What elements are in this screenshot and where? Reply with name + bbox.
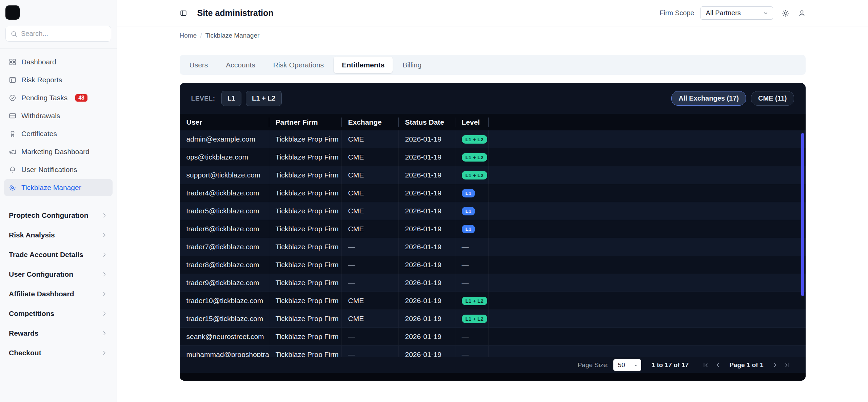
exchange-filter-cme-11[interactable]: CME (11) — [751, 91, 794, 106]
sidebar-item-certificates[interactable]: Certificates — [4, 125, 113, 142]
topbar-right: Firm Scope All Partners — [659, 6, 805, 20]
tab-risk-operations[interactable]: Risk Operations — [265, 57, 332, 73]
sidebar-toggle-icon[interactable] — [180, 9, 187, 17]
column-header-status-date[interactable]: Status Date — [398, 114, 455, 130]
table-row[interactable]: trader4@tickblaze.comTickblaze Prop Firm… — [180, 184, 806, 202]
first-page-button[interactable] — [701, 360, 710, 370]
sidebar-section-rewards[interactable]: Rewards — [4, 323, 113, 343]
search-icon — [11, 30, 17, 37]
level-filter-label: LEVEL: — [191, 95, 215, 102]
topbar: Site administration Firm Scope All Partn… — [117, 0, 868, 26]
table-row[interactable]: trader6@tickblaze.comTickblaze Prop Firm… — [180, 220, 806, 238]
cell-user: trader15@tickblaze.com — [180, 310, 269, 327]
breadcrumb: Home / Tickblaze Manager — [180, 32, 806, 39]
sidebar-section-trade-account-details[interactable]: Trade Account Details — [4, 245, 113, 265]
previous-page-button[interactable] — [713, 360, 723, 370]
cell-partner-firm: Tickblaze Prop Firm — [269, 328, 341, 345]
cell-exchange: — — [341, 256, 398, 274]
page-title: Site administration — [197, 8, 274, 18]
firm-scope-value: All Partners — [706, 9, 741, 17]
page-size-select[interactable]: 50 — [613, 359, 641, 371]
sidebar-section-affiliate-dashboard[interactable]: Affiliate Dashboard — [4, 284, 113, 304]
tab-users[interactable]: Users — [181, 57, 216, 73]
cell-partner-firm: Tickblaze Prop Firm — [269, 202, 341, 220]
cell-exchange: CME — [341, 292, 398, 310]
sidebar-item-pending-tasks[interactable]: Pending Tasks48 — [4, 89, 113, 106]
marketing-icon — [9, 148, 16, 155]
table-row[interactable]: trader7@tickblaze.comTickblaze Prop Firm… — [180, 238, 806, 256]
cell-status-date: 2026-01-19 — [398, 310, 455, 327]
table-row[interactable]: trader9@tickblaze.comTickblaze Prop Firm… — [180, 274, 806, 292]
sidebar-section-proptech-configuration[interactable]: Proptech Configuration — [4, 206, 113, 225]
tab-billing[interactable]: Billing — [394, 57, 430, 73]
cell-partner-firm: Tickblaze Prop Firm — [269, 310, 341, 327]
main-area: Site administration Firm Scope All Partn… — [117, 0, 868, 402]
scrollbar-thumb[interactable] — [801, 133, 804, 296]
tab-accounts[interactable]: Accounts — [218, 57, 263, 73]
logo-row — [0, 0, 117, 23]
tab-entitlements[interactable]: Entitlements — [334, 57, 393, 73]
column-header-level[interactable]: Level — [455, 114, 488, 130]
table-row[interactable]: trader15@tickblaze.comTickblaze Prop Fir… — [180, 310, 806, 328]
cell-exchange: — — [341, 274, 398, 292]
sidebar-item-dashboard[interactable]: Dashboard — [4, 54, 113, 70]
cell-status-date: 2026-01-19 — [398, 166, 455, 184]
chevron-down-icon — [763, 10, 769, 16]
table-row[interactable]: trader8@tickblaze.comTickblaze Prop Firm… — [180, 256, 806, 274]
level-filter-group: L1L1 + L2 — [221, 91, 282, 106]
column-header-user[interactable]: User — [180, 114, 269, 130]
column-header-exchange[interactable]: Exchange — [341, 114, 398, 130]
search-input[interactable] — [21, 30, 106, 38]
cell-filler — [488, 166, 806, 184]
cell-level: L1 + L2 — [455, 292, 488, 310]
column-header-partner-firm[interactable]: Partner Firm — [269, 114, 341, 130]
sidebar-section-label: User Configuration — [9, 270, 73, 278]
firm-scope-select[interactable]: All Partners — [701, 6, 773, 20]
exchange-filter-all-exchanges-17[interactable]: All Exchanges (17) — [671, 91, 746, 106]
table-row[interactable]: trader5@tickblaze.comTickblaze Prop Firm… — [180, 202, 806, 220]
search-box[interactable] — [5, 26, 111, 42]
sidebar-item-risk-reports[interactable]: Risk Reports — [4, 71, 113, 88]
notifications-icon — [9, 166, 16, 173]
next-page-button[interactable] — [770, 360, 780, 370]
sidebar-item-withdrawals[interactable]: Withdrawals — [4, 107, 113, 124]
sidebar-item-marketing-dashboard[interactable]: Marketing Dashboard — [4, 143, 113, 160]
panel-toolbar: LEVEL: L1L1 + L2 All Exchanges (17)CME (… — [180, 83, 806, 114]
sidebar-item-label: Certificates — [21, 130, 57, 138]
cell-status-date: 2026-01-19 — [398, 346, 455, 357]
level-badge: L1 — [462, 207, 475, 215]
sidebar-item-label: User Notifications — [21, 166, 77, 174]
sidebar-section-checkout[interactable]: Checkout — [4, 343, 113, 363]
cell-filler — [488, 346, 806, 357]
cell-status-date: 2026-01-19 — [398, 184, 455, 202]
table-body: admin@example.comTickblaze Prop FirmCME2… — [180, 130, 806, 357]
user-menu-icon[interactable] — [798, 9, 806, 17]
chevron-right-icon — [101, 310, 108, 317]
app-logo[interactable] — [5, 5, 20, 20]
chevron-right-icon — [101, 291, 108, 297]
level-button-l1[interactable]: L1 — [221, 91, 241, 106]
table-row[interactable]: seank@neurostreet.comTickblaze Prop Firm… — [180, 328, 806, 346]
sidebar-item-user-notifications[interactable]: User Notifications — [4, 161, 113, 178]
panel-bottom-strip — [180, 373, 806, 381]
cell-user: trader5@tickblaze.com — [180, 202, 269, 220]
sidebar-section-label: Risk Analysis — [9, 231, 55, 239]
cell-filler — [488, 256, 806, 274]
last-page-button[interactable] — [783, 360, 792, 370]
page-size-value: 50 — [618, 361, 625, 369]
sidebar-section-user-configuration[interactable]: User Configuration — [4, 265, 113, 284]
theme-toggle-sun-icon[interactable] — [782, 9, 789, 17]
sidebar-section-competitions[interactable]: Competitions — [4, 304, 113, 323]
table-row[interactable]: trader10@tickblaze.comTickblaze Prop Fir… — [180, 292, 806, 310]
sidebar-item-tickblaze-manager[interactable]: Tickblaze Manager — [4, 179, 113, 196]
cell-level: — — [455, 256, 488, 274]
sidebar-section-risk-analysis[interactable]: Risk Analysis — [4, 225, 113, 245]
breadcrumb-home-link[interactable]: Home — [180, 32, 197, 39]
table-row[interactable]: support@tickblaze.comTickblaze Prop Firm… — [180, 166, 806, 184]
cell-filler — [488, 130, 806, 148]
level-button-l1-l2[interactable]: L1 + L2 — [246, 91, 281, 106]
table-row[interactable]: ops@tickblaze.comTickblaze Prop FirmCME2… — [180, 148, 806, 166]
table-row[interactable]: muhammad@propshoptradTickblaze Prop Firm… — [180, 346, 806, 357]
table-row[interactable]: admin@example.comTickblaze Prop FirmCME2… — [180, 130, 806, 148]
cell-user: seank@neurostreet.com — [180, 328, 269, 345]
